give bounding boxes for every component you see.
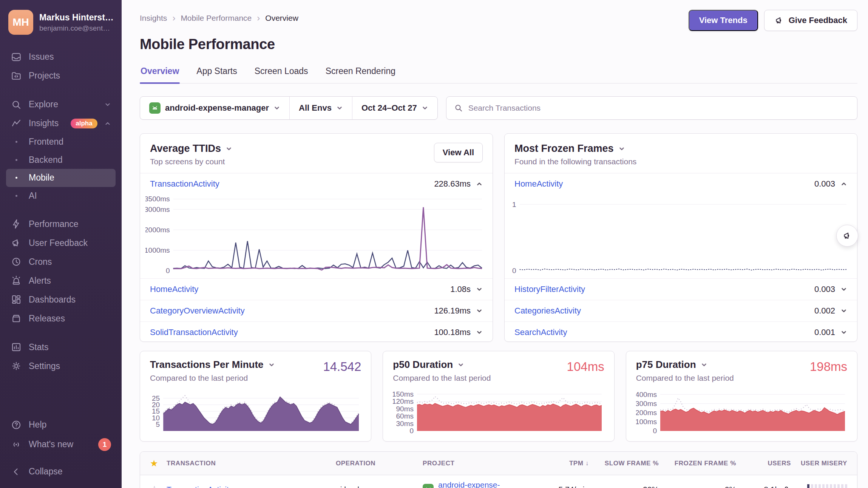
tpm-value: 14.542 — [323, 360, 361, 374]
sidebar-item-projects[interactable]: Projects — [6, 66, 116, 85]
environment-filter-value: All Envs — [299, 103, 332, 113]
environment-filter[interactable]: All Envs — [289, 97, 352, 119]
tab-screen-rendering[interactable]: Screen Rendering — [325, 65, 396, 83]
svg-text:60ms: 60ms — [396, 412, 414, 420]
stats-icon — [11, 341, 22, 353]
sidebar-item-performance[interactable]: Performance — [6, 215, 116, 233]
accordion-row-categoryoverviewactivity[interactable]: CategoryOverviewActivity 126.19ms — [140, 300, 493, 321]
card-subtitle: Top screens by count — [150, 157, 232, 166]
search-icon — [454, 103, 463, 113]
card-title: Transactions Per Minute — [150, 359, 264, 371]
sidebar-item-explore[interactable]: Explore — [6, 95, 116, 114]
accordion-row-historyfilteractivity[interactable]: HistoryFilterActivity 0.003 — [505, 279, 857, 300]
transaction-link[interactable]: HomeActivity — [514, 179, 563, 189]
column-header-operation[interactable]: OPERATION — [336, 460, 423, 467]
transaction-link[interactable]: HistoryFilterActivity — [514, 284, 585, 294]
android-platform-icon — [423, 484, 434, 488]
average-ttids-title-dropdown[interactable]: Average TTIDs — [150, 143, 232, 154]
column-header-frozen-frame[interactable]: FROZEN FRAME % — [659, 460, 736, 467]
transaction-link[interactable]: SearchActivity — [514, 327, 567, 337]
sidebar-item-user-feedback[interactable]: User Feedback — [6, 233, 116, 252]
most-frozen-frames-card: Most Frozen Frames Found in the followin… — [504, 133, 857, 342]
column-header-slow-frame[interactable]: SLOW FRAME % — [589, 460, 659, 467]
sidebar-item-dashboards[interactable]: Dashboards — [6, 290, 116, 309]
project-link[interactable]: android-expense-manager — [438, 480, 528, 488]
give-feedback-button[interactable]: Give Feedback — [764, 10, 857, 31]
sidebar-item-crons[interactable]: Crons — [6, 252, 116, 271]
column-label: TPM — [569, 460, 584, 467]
tab-app-starts[interactable]: App Starts — [196, 65, 238, 83]
user-name: Markus Hinterst… — [39, 12, 114, 23]
tab-overview[interactable]: Overview — [140, 65, 180, 83]
sidebar-item-backend[interactable]: Backend — [6, 151, 116, 169]
accordion-row-searchactivity[interactable]: SearchActivity 0.001 — [505, 321, 857, 342]
android-platform-icon — [149, 102, 161, 114]
column-header-project[interactable]: PROJECT — [423, 460, 528, 467]
sidebar-item-mobile[interactable]: Mobile — [6, 169, 116, 187]
sidebar-item-label: Frontend — [29, 137, 63, 147]
accordion-row-categoriesactivity[interactable]: CategoriesActivity 0.002 — [505, 300, 857, 321]
sidebar-item-settings[interactable]: Settings — [6, 357, 116, 375]
sidebar-item-stats[interactable]: Stats — [6, 338, 116, 357]
view-all-button[interactable]: View All — [434, 143, 483, 162]
transaction-link[interactable]: CategoryOverviewActivity — [150, 306, 245, 316]
chevron-left-icon — [11, 466, 22, 477]
megaphone-icon — [11, 237, 22, 249]
sidebar-item-alerts[interactable]: Alerts — [6, 271, 116, 290]
svg-text:3500ms: 3500ms — [145, 195, 170, 203]
svg-text:3000ms: 3000ms — [145, 205, 170, 213]
svg-text:0: 0 — [410, 427, 414, 434]
transaction-link[interactable]: HomeActivity — [150, 284, 198, 294]
chevron-down-icon — [840, 307, 847, 314]
sidebar-item-ai[interactable]: AI — [6, 187, 116, 205]
accordion-row-solidtransactionactivity[interactable]: SolidTransactionActivity 100.18ms — [140, 321, 493, 342]
table-row: ☆ TransactionActivity ui.load android-ex… — [140, 475, 857, 488]
accordion-row-homeactivity[interactable]: HomeActivity 1.08s — [140, 279, 493, 300]
sidebar-item-label: What's new — [29, 439, 73, 450]
dashboards-icon — [11, 294, 22, 305]
tab-screen-loads[interactable]: Screen Loads — [254, 65, 309, 83]
column-header-user-misery[interactable]: USER MISERY — [791, 460, 847, 467]
user-menu[interactable]: MH Markus Hinterst… benjamin.coe@sent… — [6, 10, 116, 35]
breadcrumb-insights[interactable]: Insights — [140, 14, 167, 23]
view-trends-button[interactable]: View Trends — [689, 10, 758, 31]
alpha-badge: alpha — [71, 119, 97, 128]
chevron-down-icon — [422, 105, 428, 111]
bullet-icon — [11, 141, 22, 143]
sidebar-item-label: User Feedback — [29, 238, 88, 249]
transaction-link[interactable]: TransactionActivity — [167, 485, 336, 488]
column-header-users[interactable]: USERS — [736, 460, 791, 467]
svg-text:0: 0 — [653, 427, 657, 434]
sidebar-item-insights[interactable]: Insights alpha — [6, 114, 116, 133]
breadcrumb-mobile-performance[interactable]: Mobile Performance — [181, 14, 252, 23]
star-toggle-icon[interactable]: ☆ — [150, 484, 167, 488]
search-input[interactable] — [468, 103, 849, 113]
sidebar-item-label: Issues — [29, 52, 54, 62]
card-subtitle: Compared to the last period — [636, 374, 847, 383]
row-value: 0.003 — [814, 179, 835, 189]
sidebar-item-frontend[interactable]: Frontend — [6, 133, 116, 151]
column-header-transaction[interactable]: TRANSACTION — [167, 460, 336, 467]
floating-feedback-button[interactable] — [836, 225, 858, 247]
sidebar-item-help[interactable]: Help — [6, 415, 116, 434]
accordion-row-homeactivity[interactable]: HomeActivity 0.003 — [505, 173, 857, 195]
sidebar-item-releases[interactable]: Releases — [6, 309, 116, 328]
transaction-link[interactable]: CategoriesActivity — [514, 306, 581, 316]
most-frozen-frames-title-dropdown[interactable]: Most Frozen Frames — [514, 143, 636, 154]
svg-text:150ms: 150ms — [393, 390, 414, 398]
users-cell: 8.1k — [736, 485, 791, 488]
user-misery-cell — [791, 484, 847, 488]
transaction-link[interactable]: TransactionActivity — [150, 179, 219, 189]
sidebar-item-label: Mobile — [29, 173, 54, 183]
accordion-row-transactionactivity[interactable]: TransactionActivity 228.63ms — [140, 173, 493, 195]
sidebar-collapse-button[interactable]: Collapse — [6, 462, 116, 481]
sidebar-item-issues[interactable]: Issues — [6, 48, 116, 66]
svg-text:400ms: 400ms — [636, 391, 657, 398]
sidebar-item-whats-new[interactable]: What's new 1 — [6, 434, 116, 455]
date-range-filter[interactable]: Oct 24–Oct 27 — [352, 97, 437, 119]
star-column-header-icon[interactable]: ★ — [150, 458, 167, 469]
sidebar-item-label: Crons — [29, 257, 52, 267]
project-filter[interactable]: android-expense-manager — [140, 97, 289, 119]
transaction-link[interactable]: SolidTransactionActivity — [150, 327, 238, 337]
column-header-tpm[interactable]: TPM ↓ — [528, 460, 589, 467]
